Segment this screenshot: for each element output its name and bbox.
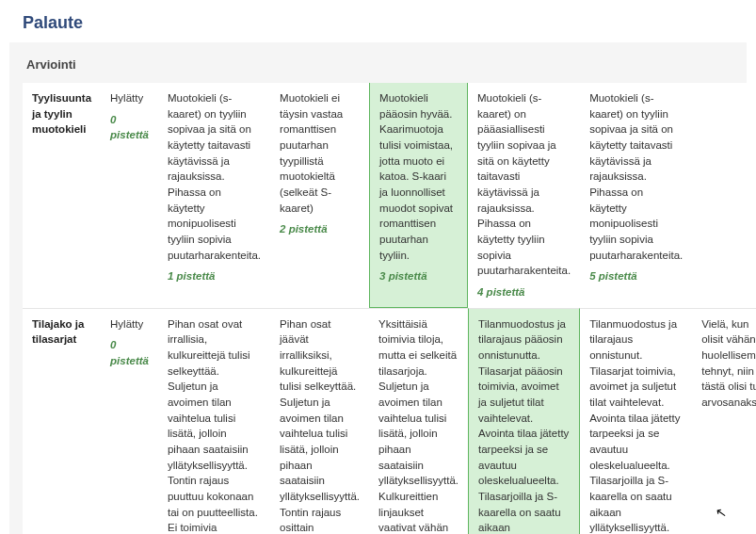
rubric-comment: Vielä, kun olisit vähän huolellisemmin t… <box>692 308 756 534</box>
criterion-label: Tilajako ja tilasarjat <box>23 308 101 534</box>
rubric-row: Tilajako ja tilasarjatHylätty0 pistettäP… <box>23 308 756 534</box>
rubric-cell[interactable]: Muotokieli (s-kaaret) on tyyliin sopivaa… <box>580 83 692 308</box>
rubric-cell-text: Yksittäisiä toimivia tiloja, mutta ei se… <box>378 316 458 534</box>
rubric-cell[interactable]: Pihan osat ovat irrallisia, kulkureittej… <box>158 308 270 534</box>
rubric-comment <box>692 83 756 308</box>
criterion-label: Tyylisuunta ja tyylin muotokieli <box>23 83 101 308</box>
rubric-cell-text: Muotokieli pääosin hyvää. Kaarimuotoja t… <box>379 90 458 263</box>
rubric-cell-points: 5 pistettä <box>589 268 683 284</box>
rubric-cell-points: 3 pistettä <box>379 268 458 284</box>
rubric-cell-text: Muotokieli (s-kaaret) on tyyliin sopivaa… <box>589 90 683 263</box>
rubric-cell-points: 1 pistettä <box>168 268 261 284</box>
rubric-cell[interactable]: Muotokieli pääosin hyvää. Kaarimuotoja t… <box>369 83 468 308</box>
rubric-table: Tyylisuunta ja tyylin muotokieliHylätty0… <box>23 83 756 534</box>
rubric-cell-points: 0 pistettä <box>110 112 149 143</box>
panel-title: Arviointi <box>23 52 733 83</box>
rubric-cell-text: Tilanmuodostus ja tilarajaus pääosin onn… <box>478 316 570 534</box>
rubric-cell[interactable]: Tilanmuodostus ja tilarajaus onnistunut.… <box>580 308 692 534</box>
rubric-cell-text: Pihan osat ovat irrallisia, kulkureittej… <box>168 316 261 534</box>
page-title: Palaute <box>0 0 756 42</box>
rubric-cell-text: Hylätty <box>110 90 149 106</box>
rubric-cell-points: 0 pistettä <box>110 337 149 368</box>
rubric-cell-text: Tilanmuodostus ja tilarajaus onnistunut.… <box>589 316 683 534</box>
rubric-cell-text: Muotokieli (s-kaaret) on tyyliin sopivaa… <box>168 90 261 263</box>
rubric-cell-text: Muotokieli (s-kaaret) on pääasiallisesti… <box>477 90 571 279</box>
rubric-cell[interactable]: Hylätty0 pistettä <box>101 83 158 308</box>
rubric-cell[interactable]: Muotokieli (s-kaaret) on tyyliin sopivaa… <box>158 83 270 308</box>
rubric-cell[interactable]: Hylätty0 pistettä <box>101 308 158 534</box>
rubric-cell-text: Muotokieli ei täysin vastaa romanttisen … <box>280 90 360 216</box>
rubric-cell[interactable]: Tilanmuodostus ja tilarajaus pääosin onn… <box>468 308 580 534</box>
rubric-cell[interactable]: Pihan osat jäävät irralliksiksi, kulkure… <box>270 308 369 534</box>
rubric-cell[interactable]: Muotokieli ei täysin vastaa romanttisen … <box>270 83 369 308</box>
evaluation-panel: Arviointi Tyylisuunta ja tyylin muotokie… <box>9 42 747 534</box>
rubric-cell-points: 4 pistettä <box>477 284 571 300</box>
rubric-cell-text: Hylätty <box>110 316 149 332</box>
rubric-cell-text: Pihan osat jäävät irralliksiksi, kulkure… <box>280 316 360 534</box>
rubric-cell[interactable]: Muotokieli (s-kaaret) on pääasiallisesti… <box>468 83 580 308</box>
rubric-cell[interactable]: Yksittäisiä toimivia tiloja, mutta ei se… <box>369 308 468 534</box>
rubric-row: Tyylisuunta ja tyylin muotokieliHylätty0… <box>23 83 756 308</box>
rubric-cell-points: 2 pistettä <box>280 221 360 237</box>
